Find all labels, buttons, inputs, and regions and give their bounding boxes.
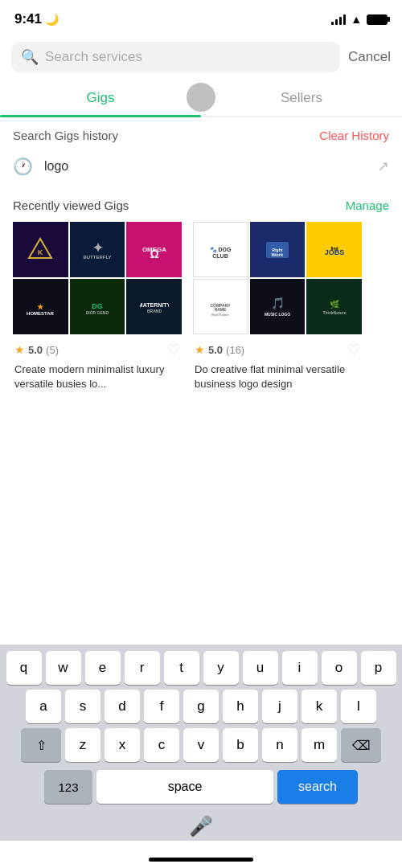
key-g[interactable]: g — [183, 690, 219, 723]
svg-text:JOBS: JOBS — [324, 248, 344, 256]
tab-underline — [0, 115, 201, 117]
svg-text:CLUB: CLUB — [213, 253, 228, 259]
status-time: 9:41 — [14, 11, 42, 27]
svg-text:Real Estate: Real Estate — [212, 312, 230, 316]
svg-text:K: K — [38, 248, 43, 256]
key-x[interactable]: x — [105, 728, 140, 762]
key-z[interactable]: z — [65, 728, 100, 762]
gigs-scroll: K ✦ BUTTERFLY OMEGA Ω — [0, 219, 402, 404]
cancel-button[interactable]: Cancel — [348, 49, 391, 65]
keyboard-row-3: ⇧ z x c v b n m ⌫ — [3, 728, 399, 762]
search-bar-row: 🔍 Cancel — [0, 35, 402, 79]
history-title: Search Gigs history — [13, 129, 118, 142]
recently-title: Recently viewed Gigs — [13, 199, 129, 212]
keyboard-row-2: a s d f g h j k l — [3, 690, 399, 723]
tab-gigs[interactable]: Gigs — [0, 79, 201, 116]
svg-text:✦: ✦ — [92, 240, 103, 254]
home-indicator — [149, 858, 253, 862]
history-item-text: logo — [44, 159, 366, 174]
history-header: Search Gigs history Clear History — [0, 117, 402, 149]
gig-reviews-1: (5) — [46, 344, 59, 356]
numbers-key[interactable]: 123 — [44, 770, 92, 804]
keyboard-bottom-row: 123 space search — [3, 767, 399, 807]
key-e[interactable]: e — [85, 651, 121, 685]
key-k[interactable]: k — [302, 690, 337, 723]
key-f[interactable]: f — [144, 690, 179, 723]
key-l[interactable]: l — [341, 690, 376, 723]
key-i[interactable]: i — [282, 651, 318, 685]
key-p[interactable]: p — [361, 651, 396, 685]
mic-icon[interactable]: 🎤 — [189, 815, 213, 837]
gig-card-2-image: 🐾 DOG CLUB Right Work find JOBS — [193, 222, 362, 334]
key-d[interactable]: d — [105, 690, 140, 723]
key-a[interactable]: a — [26, 690, 61, 723]
gig-rating-2: 5.0 — [208, 344, 223, 356]
svg-text:MATERNITY: MATERNITY — [140, 302, 169, 308]
star-icon-2: ★ — [195, 343, 205, 356]
svg-text:DG: DG — [92, 301, 103, 309]
key-w[interactable]: w — [46, 651, 81, 685]
search-input-wrapper[interactable]: 🔍 — [11, 42, 340, 72]
key-n[interactable]: n — [262, 728, 297, 762]
key-t[interactable]: t — [164, 651, 199, 685]
home-bar — [0, 841, 402, 868]
recently-header: Recently viewed Gigs Manage — [0, 192, 402, 219]
svg-text:DIOR GENO: DIOR GENO — [86, 310, 109, 315]
key-b[interactable]: b — [223, 728, 258, 762]
star-icon-1: ★ — [14, 343, 25, 356]
svg-text:ThinkNature: ThinkNature — [322, 310, 346, 315]
svg-text:★: ★ — [37, 302, 44, 310]
moon-icon: 🌙 — [45, 13, 59, 26]
key-h[interactable]: h — [223, 690, 258, 723]
recently-viewed-section: Recently viewed Gigs Manage K ✦ BUTTERFL… — [0, 192, 402, 404]
gig-card-2[interactable]: 🐾 DOG CLUB Right Work find JOBS — [193, 222, 362, 391]
key-r[interactable]: r — [125, 651, 160, 685]
search-input[interactable] — [45, 49, 330, 65]
svg-text:🎵: 🎵 — [270, 297, 285, 310]
gig-desc-1: Create modern minimalist luxury versatil… — [13, 362, 182, 391]
space-key[interactable]: space — [96, 770, 273, 804]
gig-rating-1: 5.0 — [28, 344, 43, 356]
tabs-row: Gigs Sellers — [0, 79, 402, 117]
status-icons: ▲ — [331, 13, 388, 26]
svg-text:🐾 DOG: 🐾 DOG — [210, 245, 232, 252]
svg-text:BRAND: BRAND — [147, 309, 162, 313]
svg-text:HOMESTAR: HOMESTAR — [27, 311, 55, 316]
signal-icon — [331, 14, 346, 25]
svg-text:BUTTERFLY: BUTTERFLY — [83, 254, 111, 259]
gig-card-1-image: K ✦ BUTTERFLY OMEGA Ω — [13, 222, 182, 334]
key-s[interactable]: s — [65, 690, 100, 723]
shift-key[interactable]: ⇧ — [21, 728, 61, 762]
clock-icon: 🕐 — [13, 157, 33, 176]
history-item[interactable]: 🕐 logo ↗ — [0, 149, 402, 184]
key-c[interactable]: c — [144, 728, 179, 762]
heart-icon-1[interactable]: ♡ — [167, 341, 180, 358]
keyboard: q w e r t y u i o p a s d f g h j k l ⇧ — [0, 645, 402, 841]
key-u[interactable]: u — [243, 651, 278, 685]
backspace-key[interactable]: ⌫ — [341, 728, 381, 762]
status-bar: 9:41 🌙 ▲ — [0, 0, 402, 35]
tab-sellers[interactable]: Sellers — [201, 79, 402, 116]
key-y[interactable]: y — [203, 651, 239, 685]
svg-text:MUSIC LOGO: MUSIC LOGO — [265, 311, 290, 316]
mic-row: 🎤 — [0, 810, 402, 841]
gig-rating-row-1: ★ 5.0 (5) ♡ — [13, 341, 182, 358]
clear-history-button[interactable]: Clear History — [319, 129, 389, 142]
key-m[interactable]: m — [302, 728, 337, 762]
key-j[interactable]: j — [262, 690, 297, 723]
heart-icon-2[interactable]: ♡ — [347, 341, 360, 358]
battery-icon — [367, 14, 388, 25]
svg-text:🌿: 🌿 — [330, 299, 340, 309]
manage-button[interactable]: Manage — [346, 199, 389, 212]
svg-text:Right: Right — [273, 247, 283, 252]
key-o[interactable]: o — [322, 651, 357, 685]
gig-reviews-2: (16) — [226, 344, 244, 356]
tab-slider — [187, 83, 215, 112]
svg-text:Ω: Ω — [150, 248, 158, 260]
svg-text:NAME: NAME — [215, 307, 227, 312]
search-key[interactable]: search — [277, 770, 358, 804]
keyboard-row-1: q w e r t y u i o p — [3, 651, 399, 685]
key-q[interactable]: q — [6, 651, 42, 685]
key-v[interactable]: v — [183, 728, 219, 762]
gig-card-1[interactable]: K ✦ BUTTERFLY OMEGA Ω — [13, 222, 182, 391]
